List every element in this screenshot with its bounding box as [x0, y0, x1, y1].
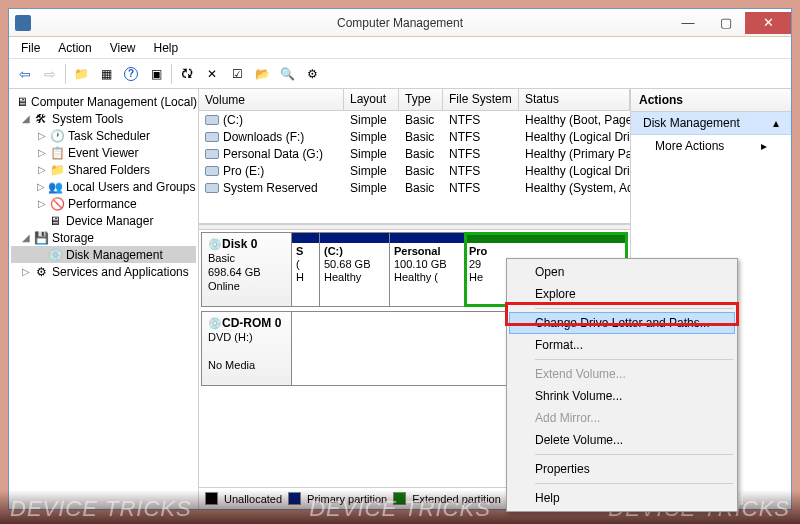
forward-button[interactable]: ⇨	[38, 62, 62, 86]
app-icon	[15, 15, 31, 31]
tree-shared-folders[interactable]: ▷📁Shared Folders	[11, 161, 196, 178]
tree-panel: 🖥Computer Management (Local) ◢🛠System To…	[9, 89, 199, 509]
close-button[interactable]: ✕	[745, 12, 791, 34]
tree-performance[interactable]: ▷🚫Performance	[11, 195, 196, 212]
tree-storage[interactable]: ◢💾Storage	[11, 229, 196, 246]
disk0-header[interactable]: 💿Disk 0 Basic 698.64 GB Online	[202, 233, 292, 306]
chevron-right-icon: ▸	[761, 139, 767, 153]
properties-button[interactable]: ▣	[144, 62, 168, 86]
cdrom-header: 💿CD-ROM 0 DVD (H:) No Media	[202, 312, 292, 385]
tree-local-users[interactable]: ▷👥Local Users and Groups	[11, 178, 196, 195]
volume-list: Volume Layout Type File System Status (C…	[199, 89, 630, 224]
ctx-change-letter[interactable]: Change Drive Letter and Paths...	[509, 312, 735, 334]
ctx-properties[interactable]: Properties	[509, 458, 735, 480]
action2-icon[interactable]: 📂	[250, 62, 274, 86]
ctx-help[interactable]: Help	[509, 487, 735, 509]
menu-action[interactable]: Action	[50, 39, 99, 57]
actions-section[interactable]: Disk Management▴	[631, 112, 791, 135]
show-hide-button[interactable]: ▦	[94, 62, 118, 86]
partition-personal[interactable]: Personal100.10 GBHealthy (	[390, 233, 465, 306]
menu-file[interactable]: File	[13, 39, 48, 57]
ctx-explore[interactable]: Explore	[509, 283, 735, 305]
volume-row[interactable]: Personal Data (G:)SimpleBasicNTFSHealthy…	[199, 145, 630, 162]
collapse-icon: ▴	[773, 116, 779, 130]
menu-help[interactable]: Help	[146, 39, 187, 57]
tree-task-scheduler[interactable]: ▷🕐Task Scheduler	[11, 127, 196, 144]
tree-device-manager[interactable]: 🖥Device Manager	[11, 212, 196, 229]
toolbar: ⇦ ⇨ 📁 ▦ ? ▣ 🗘 ✕ ☑ 📂 🔍 ⚙	[9, 59, 791, 89]
tree-services[interactable]: ▷⚙Services and Applications	[11, 263, 196, 280]
partition-c[interactable]: (C:)50.68 GBHealthy	[320, 233, 390, 306]
volume-row[interactable]: Pro (E:)SimpleBasicNTFSHealthy (Logical …	[199, 162, 630, 179]
ctx-mirror: Add Mirror...	[509, 407, 735, 429]
up-button[interactable]: 📁	[69, 62, 93, 86]
action1-icon[interactable]: ☑	[225, 62, 249, 86]
ctx-extend: Extend Volume...	[509, 363, 735, 385]
ctx-shrink[interactable]: Shrink Volume...	[509, 385, 735, 407]
ctx-format[interactable]: Format...	[509, 334, 735, 356]
refresh-button[interactable]: 🗘	[175, 62, 199, 86]
menubar: File Action View Help	[9, 37, 791, 59]
tree-root[interactable]: 🖥Computer Management (Local)	[11, 93, 196, 110]
maximize-button[interactable]: ▢	[707, 12, 745, 34]
volume-row[interactable]: System ReservedSimpleBasicNTFSHealthy (S…	[199, 179, 630, 196]
more-actions[interactable]: More Actions▸	[631, 135, 791, 157]
minimize-button[interactable]: —	[669, 12, 707, 34]
ctx-delete[interactable]: Delete Volume...	[509, 429, 735, 451]
volume-row[interactable]: (C:)SimpleBasicNTFSHealthy (Boot, Page F…	[199, 111, 630, 128]
delete-button[interactable]: ✕	[200, 62, 224, 86]
col-layout[interactable]: Layout	[344, 89, 399, 110]
window-title: Computer Management	[337, 16, 463, 30]
action4-icon[interactable]: ⚙	[300, 62, 324, 86]
volume-row[interactable]: Downloads (F:)SimpleBasicNTFSHealthy (Lo…	[199, 128, 630, 145]
volume-header: Volume Layout Type File System Status	[199, 89, 630, 111]
menu-view[interactable]: View	[102, 39, 144, 57]
col-status[interactable]: Status	[519, 89, 630, 110]
context-menu: Open Explore Change Drive Letter and Pat…	[506, 258, 738, 512]
col-volume[interactable]: Volume	[199, 89, 344, 110]
col-fs[interactable]: File System	[443, 89, 519, 110]
action3-icon[interactable]: 🔍	[275, 62, 299, 86]
tree-disk-management[interactable]: 💿Disk Management	[11, 246, 196, 263]
tree-system-tools[interactable]: ◢🛠System Tools	[11, 110, 196, 127]
ctx-open[interactable]: Open	[509, 261, 735, 283]
back-button[interactable]: ⇦	[13, 62, 37, 86]
partition-system[interactable]: S(H	[292, 233, 320, 306]
help-button[interactable]: ?	[119, 62, 143, 86]
actions-header: Actions	[631, 89, 791, 112]
titlebar: Computer Management — ▢ ✕	[9, 9, 791, 37]
col-type[interactable]: Type	[399, 89, 443, 110]
tree-event-viewer[interactable]: ▷📋Event Viewer	[11, 144, 196, 161]
